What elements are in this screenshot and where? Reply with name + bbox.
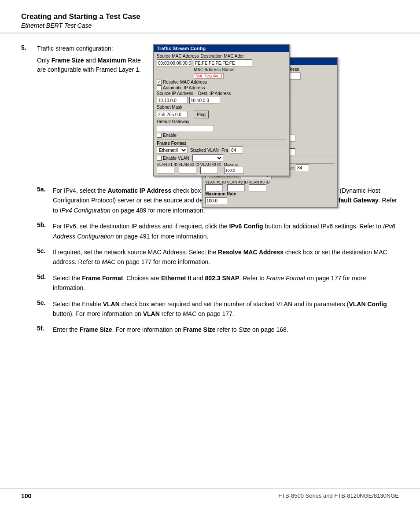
- ts-front-mac-status-value: Not Resolved: [194, 73, 224, 79]
- sub-step-5d-number: 5d.: [37, 273, 53, 280]
- ts-front-auto-ip-label: Automatic IP Address: [163, 85, 205, 90]
- step-5-body: Only Frame Size and Maximum Rate are con…: [37, 56, 143, 74]
- ipv6-config-bold: IPv6 Config: [229, 223, 263, 230]
- ts-front-auto-ip-row: Automatic IP Address: [157, 85, 286, 90]
- ts-front-fra-label: Fra: [221, 148, 228, 153]
- ts-front-src-mac-label: Source MAC Address: [157, 54, 199, 59]
- vlan-bold-5e: VLAN: [103, 301, 120, 308]
- ts-front-enable-vlan-checkbox[interactable]: [157, 156, 162, 161]
- ts-back-max-rate-input[interactable]: [205, 197, 227, 204]
- ts-front-stacked-vlan-label: Stacked VLAN: [190, 148, 219, 153]
- ts-front-subnet-input[interactable]: [157, 111, 188, 118]
- ts-front-src-ip-label: Source IP Address: [157, 91, 196, 96]
- ts-front-resolve-label: Resolve MAC Address: [163, 80, 207, 84]
- ts-front-ip-labels-row: Source IP Address Dest. IP Address: [157, 91, 286, 96]
- sub-step-5b: 5b. For IPv6, set the destination IP add…: [37, 221, 399, 241]
- ts-front-ping-btn[interactable]: Ping: [194, 110, 209, 118]
- vlan-bold-5e-2: VLAN: [143, 310, 160, 317]
- sub-step-5b-content: For IPv6, set the destination IP address…: [53, 221, 399, 241]
- ts-front-src-ip-input[interactable]: [157, 97, 188, 104]
- ts-front-title: Traffic Stream Config: [154, 45, 289, 52]
- ts-front-ethernet-select[interactable]: EthernetII: [157, 147, 188, 154]
- frame-format-bold: Frame Format: [82, 275, 123, 282]
- ts-back-vlan2-input[interactable]: [227, 184, 245, 191]
- page-title: Creating and Starting a Test Case: [21, 12, 399, 21]
- ts-front-gw-input[interactable]: [157, 125, 214, 132]
- step-5-row: 5. Traffic stream configuration: Only Fr…: [21, 44, 399, 341]
- ts-back-vlan1-col: VLAN #1 ID: [205, 180, 226, 191]
- ts-front-mac-labels-row: Source MAC Address Destination MAC Addr: [157, 54, 286, 59]
- ts-front-maximum-col: Maximu: [224, 162, 244, 174]
- sub-step-5f-number: 5f.: [37, 325, 53, 332]
- ts-front-subnet-value-row: Ping: [157, 110, 286, 118]
- ipv4-config-italic: IPv4 Configuration: [60, 207, 111, 214]
- widget-wrapper: Traffic Stream Config Source MAC Address…: [153, 44, 338, 180]
- ts-front-maximum-input[interactable]: [224, 167, 244, 174]
- step-5-main-row: Traffic stream configuration: Only Frame…: [37, 44, 399, 180]
- footer-series: FTB-8500 Series and FTB-8120NGE/8130NGE: [278, 492, 399, 499]
- ts-front-subnet-label: Subnet Mask: [157, 105, 196, 110]
- sub-step-5f: 5f. Enter the Frame Size. For more infor…: [37, 325, 399, 334]
- frame-size-bold-5f-2: Frame Size: [183, 326, 216, 333]
- ts-front-enable-checkbox[interactable]: [157, 133, 162, 138]
- auto-ip-bold: Automatic IP Address: [108, 187, 172, 194]
- ts-panel-front: Traffic Stream Config Source MAC Address…: [153, 44, 290, 176]
- resolve-mac-bold: Resolve MAC Address: [218, 249, 284, 256]
- ts-back-vlan-row: VLAN #1 ID VLAN #2 ID VLAN: [205, 180, 335, 191]
- step-5-heading: Traffic stream configuration:: [37, 44, 143, 53]
- step-5-text: Traffic stream configuration: Only Frame…: [37, 44, 143, 180]
- page-header: Creating and Starting a Test Case Ethern…: [0, 0, 420, 33]
- ts-front-subnet-row: Subnet Mask: [157, 105, 286, 110]
- sub-step-5e-number: 5e.: [37, 299, 53, 306]
- page-subtitle: Ethernet BERT Test Case: [21, 22, 399, 29]
- ts-front-dest-ip-input[interactable]: [189, 97, 220, 104]
- ts-front-frame-size-input[interactable]: [230, 147, 243, 154]
- ts-front-enable-vlan-row: Enable VLAN: [157, 154, 286, 161]
- ts-front-enable-row: Enable: [157, 133, 286, 138]
- ts-front-mac-status-label: MAC Address Status: [194, 67, 234, 72]
- sub-step-5e: 5e. Select the Enable VLAN check box whe…: [37, 299, 399, 319]
- sub-step-5c-content: If required, set the network source MAC …: [53, 247, 399, 267]
- sub-step-5b-number: 5b.: [37, 221, 53, 228]
- ts-front-gw-label: Default Gateway: [157, 119, 196, 124]
- snap-bold: 802.3 SNAP: [205, 275, 239, 282]
- ts-back-vlan2-col: VLAN #2 ID: [227, 180, 248, 191]
- vlan-config-bold: VLAN Config: [349, 301, 387, 308]
- ts-front-ip-values-row: [157, 97, 286, 104]
- ts-front-auto-ip-checkbox[interactable]: [157, 85, 162, 90]
- ts-front-frame-format-row: EthernetII Stacked VLAN Fra: [157, 147, 286, 154]
- ts-front-vlan-select[interactable]: [192, 154, 223, 161]
- ts-back-max-rate-row: Maximum Rate: [205, 191, 335, 196]
- ts-front-resolve-checkbox[interactable]: ✓: [157, 80, 162, 84]
- ts-front-gw-row: Default Gateway: [157, 119, 286, 124]
- step-5-number: 5.: [21, 44, 37, 341]
- main-content: 5. Traffic stream configuration: Only Fr…: [0, 33, 420, 369]
- ts-back-max-rate-label: Maximum Rate: [205, 191, 236, 196]
- sub-step-5e-content: Select the Enable VLAN check box when re…: [53, 299, 399, 319]
- ethernet-ii-bold: Ethernet II: [161, 275, 191, 282]
- ts-front-vlan1-input[interactable]: [157, 167, 174, 174]
- ts-front-mac-values-row: [157, 59, 286, 66]
- sub-step-5f-content: Enter the Frame Size. For more informati…: [53, 325, 399, 334]
- ts-back-vlan1-input[interactable]: [205, 184, 223, 191]
- ts-back-vlan3-input[interactable]: [249, 184, 266, 191]
- ts-front-gw-field-row: [157, 125, 286, 132]
- frame-format-italic: Frame Format: [266, 275, 306, 282]
- ts-front-resolve-row: ✓ Resolve MAC Address: [157, 80, 286, 84]
- mac-italic-5e: MAC: [183, 310, 196, 317]
- ts-front-src-mac-input[interactable]: [157, 59, 192, 66]
- ts-front-vlan2-input[interactable]: [179, 167, 196, 174]
- ts-front-dest-mac-input[interactable]: [194, 59, 252, 66]
- ts-back-max-rate-field-row: [205, 197, 335, 204]
- frame-size-bold: Frame Size: [52, 57, 84, 64]
- sub-step-5c-number: 5c.: [37, 247, 53, 254]
- ipv6-config-italic: IPv6 Address Configuration: [53, 223, 395, 239]
- ts-back-frame-size-input[interactable]: [296, 164, 309, 171]
- ts-front-vlan3-input[interactable]: [200, 167, 218, 174]
- size-italic: Size: [239, 326, 251, 333]
- ts-front-mac-status-row: MAC Address Status: [157, 67, 286, 72]
- ts-front-dest-ip-label: Dest. IP Address: [198, 91, 238, 96]
- mac-italic-5c: MAC: [102, 258, 115, 265]
- ts-front-body: Source MAC Address Destination MAC Addr: [154, 52, 289, 176]
- page-number: 100: [21, 492, 31, 499]
